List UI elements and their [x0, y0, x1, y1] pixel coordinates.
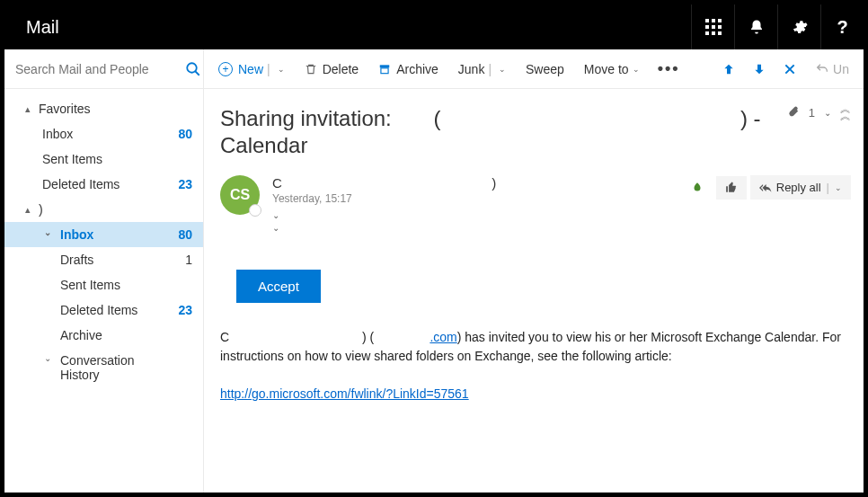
folder-label: Conversation History	[60, 353, 135, 382]
reading-pane: Sharing invitation: ( ) - Calendar 1	[204, 89, 864, 493]
folder-count: 1	[171, 253, 192, 267]
folder-count: 80	[171, 227, 192, 242]
undo-icon	[815, 62, 829, 76]
svg-rect-12	[381, 67, 388, 73]
folder-deleted-fav[interactable]: Deleted Items 23	[4, 172, 203, 197]
chevron-down-icon[interactable]: ⌄	[835, 183, 842, 192]
expand-recipients[interactable]: ⌄⌄	[272, 209, 682, 234]
help-icon: ?	[837, 17, 847, 38]
folder-label: Inbox	[42, 127, 73, 141]
folder-deleted[interactable]: Deleted Items 23	[4, 297, 203, 323]
moveto-button[interactable]: Move to ⌄	[575, 49, 649, 88]
help-article-link[interactable]: http://go.microsoft.com/fwlink/?LinkId=5…	[220, 386, 469, 401]
chevron-up-icon: ▴	[21, 204, 35, 216]
folder-archive[interactable]: Archive	[4, 323, 203, 348]
chevron-up-icon: ▴	[21, 103, 35, 115]
folder-conversation-history[interactable]: ⌄Conversation History	[4, 348, 203, 387]
accept-button[interactable]: Accept	[236, 270, 321, 303]
attachment-icon	[787, 105, 800, 120]
title-bar: Mail ?	[4, 4, 864, 49]
plus-icon: +	[218, 62, 233, 76]
message-header: CS C ) Yesterday, 15:17	[220, 175, 851, 234]
search-icon	[185, 61, 201, 77]
favorites-header[interactable]: ▴ Favorites	[4, 96, 203, 121]
nav-sidebar: ▴ Favorites Inbox 80 Sent Items Deleted …	[4, 49, 204, 493]
svg-rect-3	[705, 25, 709, 29]
insights-icon[interactable]	[682, 176, 713, 200]
svg-line-10	[195, 71, 199, 75]
folder-inbox[interactable]: ⌄Inbox 80	[4, 222, 203, 247]
chevron-down-icon: ⌄	[633, 65, 640, 74]
svg-rect-5	[718, 25, 722, 29]
archive-label: Archive	[396, 62, 438, 76]
folder-count: 23	[171, 177, 192, 191]
message-toolbar: + New | ⌄ Delete Archive Junk | ⌄	[204, 49, 864, 89]
new-button[interactable]: + New | ⌄	[209, 49, 294, 88]
search-button[interactable]	[183, 49, 203, 88]
folder-label: Sent Items	[60, 278, 120, 292]
junk-label: Junk	[458, 62, 485, 76]
favorites-label: Favorites	[39, 102, 91, 116]
message-actions: Reply all | ⌄	[682, 175, 851, 200]
arrow-down-icon	[752, 62, 766, 76]
folder-inbox-fav[interactable]: Inbox 80	[4, 121, 203, 146]
expand-all-icon[interactable]: ︽︽	[840, 106, 851, 119]
message-body: C ) ( .com) has invited you to view his …	[220, 328, 851, 404]
folder-label: Archive	[60, 328, 102, 342]
svg-rect-8	[718, 31, 722, 35]
folder-label: Deleted Items	[60, 303, 137, 317]
svg-rect-0	[705, 19, 709, 22]
reply-all-label: Reply all	[776, 181, 821, 194]
svg-point-9	[187, 63, 197, 73]
next-message-button[interactable]	[745, 49, 774, 88]
settings-button[interactable]	[777, 4, 820, 49]
archive-icon	[378, 63, 391, 75]
folder-label: Inbox	[60, 227, 93, 242]
message-subject: Sharing invitation: ( ) - Calendar	[220, 105, 761, 159]
arrow-up-icon	[722, 62, 736, 76]
like-button[interactable]	[716, 176, 747, 200]
svg-rect-11	[380, 65, 390, 67]
folder-count: 80	[171, 127, 192, 141]
chevron-down-icon: ⌄	[44, 353, 51, 363]
new-label: New	[238, 62, 263, 76]
folder-sent[interactable]: Sent Items	[4, 272, 203, 297]
help-button[interactable]: ?	[820, 4, 864, 49]
svg-rect-2	[718, 19, 722, 22]
folder-drafts[interactable]: Drafts 1	[4, 247, 203, 272]
app-title: Mail	[4, 17, 59, 38]
more-button[interactable]: •••	[651, 49, 687, 88]
account-header[interactable]: ▴ )	[4, 197, 203, 222]
folder-list: ▴ Favorites Inbox 80 Sent Items Deleted …	[4, 89, 203, 493]
close-reading-button[interactable]	[775, 49, 804, 88]
sender-email-link[interactable]: .com	[430, 330, 456, 344]
waffle-icon	[705, 19, 722, 35]
attachment-count: 1	[809, 106, 815, 120]
folder-label: Deleted Items	[42, 177, 120, 191]
chevron-down-icon[interactable]: ⌄	[278, 65, 285, 74]
sweep-button[interactable]: Sweep	[517, 49, 573, 88]
sender-avatar[interactable]: CS	[220, 175, 260, 215]
reply-all-button[interactable]: Reply all | ⌄	[750, 175, 851, 200]
delete-button[interactable]: Delete	[296, 49, 368, 88]
content-area: + New | ⌄ Delete Archive Junk | ⌄	[204, 49, 864, 493]
search-input[interactable]	[4, 62, 183, 76]
undo-button[interactable]: Un	[806, 49, 858, 88]
delete-label: Delete	[323, 62, 359, 76]
junk-button[interactable]: Junk | ⌄	[449, 49, 515, 88]
close-icon	[783, 62, 797, 76]
account-label: )	[39, 202, 43, 217]
svg-rect-7	[712, 31, 715, 35]
archive-button[interactable]: Archive	[369, 49, 447, 88]
folder-sent-fav[interactable]: Sent Items	[4, 146, 203, 172]
chevron-down-icon[interactable]: ⌄	[499, 65, 506, 74]
app-launcher-button[interactable]	[691, 4, 734, 49]
prev-message-button[interactable]	[714, 49, 743, 88]
folder-label: Drafts	[60, 253, 93, 267]
undo-label: Un	[833, 62, 849, 76]
chevron-down-icon[interactable]: ⌄	[824, 108, 831, 118]
sweep-label: Sweep	[526, 62, 564, 76]
notifications-button[interactable]	[734, 4, 777, 49]
gear-icon	[792, 19, 808, 35]
bell-icon	[748, 19, 765, 35]
